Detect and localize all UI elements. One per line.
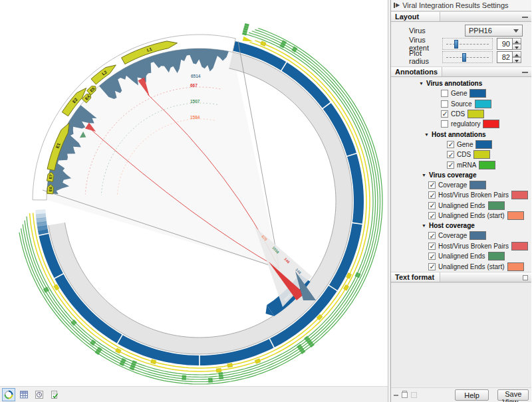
- layout-section-body: Virus PPH16 Virus extent 90 Plot radius: [391, 22, 531, 66]
- annotation-label: regulatory: [451, 120, 480, 128]
- annotation-row: CDS: [391, 109, 531, 119]
- section-annotations-header[interactable]: Annotations: [391, 66, 531, 77]
- save-view-button[interactable]: Save View...: [497, 389, 529, 401]
- color-swatch[interactable]: [469, 181, 486, 189]
- panel-title: Viral Integration Results Settings: [402, 1, 508, 9]
- color-swatch[interactable]: [488, 201, 505, 210]
- annotation-checkbox[interactable]: [428, 202, 436, 209]
- view-mode-toolbar: [0, 386, 388, 402]
- annotation-label: Gene: [451, 90, 467, 97]
- dock-panel-icon[interactable]: [411, 392, 417, 398]
- color-swatch[interactable]: [483, 120, 499, 128]
- color-swatch[interactable]: [479, 161, 495, 169]
- annotation-group-header[interactable]: ▼Virus annotations: [391, 78, 531, 88]
- settings-panel: ▶ Viral Integration Results Settings Lay…: [390, 0, 531, 402]
- annotation-checkbox[interactable]: [441, 110, 448, 118]
- annotation-group-label: Virus coverage: [429, 171, 477, 179]
- virus-extent-slider[interactable]: [442, 38, 493, 50]
- color-swatch[interactable]: [475, 100, 491, 108]
- annotation-row: Unaligned Ends: [391, 251, 531, 261]
- panel-title-bar: ▶ Viral Integration Results Settings: [391, 0, 531, 11]
- annotation-checkbox[interactable]: [447, 141, 454, 148]
- color-swatch[interactable]: [488, 252, 505, 260]
- svg-text:6514: 6514: [191, 74, 201, 78]
- history-view-button[interactable]: [33, 388, 46, 401]
- annotation-checkbox[interactable]: [441, 90, 448, 97]
- collapse-section-icon[interactable]: [522, 17, 528, 18]
- plot-radius-label: Plot radius: [409, 49, 442, 65]
- annotation-label: Unaligned Ends (start): [438, 263, 505, 270]
- color-swatch[interactable]: [469, 231, 486, 240]
- slider-groove: [446, 44, 489, 45]
- virus-extent-value[interactable]: 90: [497, 38, 513, 50]
- annotation-label: CDS: [451, 110, 465, 118]
- annotation-row: Unaligned Ends (start): [391, 211, 531, 221]
- collapse-group-icon: ▼: [422, 173, 426, 177]
- annotation-checkbox[interactable]: [428, 252, 436, 260]
- color-swatch[interactable]: [469, 89, 486, 98]
- color-swatch[interactable]: [473, 150, 490, 159]
- section-layout-title: Layout: [391, 12, 440, 21]
- annotation-group-header[interactable]: ▼Virus coverage: [391, 170, 531, 180]
- help-button[interactable]: Help: [455, 389, 489, 401]
- collapse-panel-icon[interactable]: ▶: [394, 3, 400, 8]
- color-swatch[interactable]: [507, 211, 524, 220]
- virus-extent-slider-handle[interactable]: [454, 40, 458, 49]
- virus-label: Virus: [409, 27, 465, 35]
- virus-dropdown[interactable]: PPH16: [465, 25, 523, 37]
- annotation-checkbox[interactable]: [447, 151, 454, 158]
- chevron-down-icon: [513, 29, 519, 33]
- spin-down-button[interactable]: [513, 57, 521, 63]
- color-swatch[interactable]: [475, 140, 492, 149]
- annotation-checkbox[interactable]: [428, 181, 436, 189]
- section-layout-header[interactable]: Layout: [391, 11, 531, 22]
- annotation-checkbox[interactable]: [428, 243, 436, 250]
- annotation-group-header[interactable]: ▼Host coverage: [391, 221, 531, 231]
- section-text-format-header[interactable]: Text format: [391, 272, 531, 282]
- plot-radius-slider-handle[interactable]: [462, 53, 466, 62]
- spin-up-button[interactable]: [513, 51, 521, 57]
- color-swatch[interactable]: [507, 262, 524, 271]
- annotation-label: Coverage: [438, 232, 467, 239]
- spin-up-button[interactable]: [513, 38, 521, 44]
- annotation-group-label: Virus annotations: [426, 80, 482, 87]
- annotation-label: Unaligned Ends: [438, 252, 485, 260]
- virus-dropdown-value: PPH16: [469, 27, 492, 35]
- annotation-group-header[interactable]: ▼Host annotations: [391, 130, 531, 140]
- svg-text:E6: E6: [49, 186, 53, 191]
- annotation-row: mRNA: [391, 159, 531, 169]
- annotations-tree: ▼Virus annotationsGeneSourceCDSregulator…: [391, 77, 531, 272]
- expand-section-icon[interactable]: [523, 275, 528, 280]
- annotation-row: CDS: [391, 150, 531, 159]
- folder-icon[interactable]: [402, 392, 408, 398]
- annotation-checkbox[interactable]: [441, 100, 448, 108]
- annotation-checkbox[interactable]: [428, 232, 436, 239]
- table-view-button[interactable]: [17, 388, 31, 401]
- plot-radius-value[interactable]: 82: [497, 51, 513, 63]
- plot-radius-slider[interactable]: [442, 51, 493, 63]
- integration-site-plot: 6701058146148: [255, 227, 316, 307]
- plot-view-area: MIR5486671507158465146701058146148L1L2E5…: [0, 0, 388, 402]
- annotation-row: Gene: [391, 88, 531, 98]
- annotation-checkbox[interactable]: [428, 212, 436, 219]
- report-view-button[interactable]: [48, 388, 61, 401]
- color-swatch[interactable]: [511, 191, 528, 199]
- minimize-panel-icon[interactable]: [394, 395, 398, 396]
- color-swatch[interactable]: [467, 110, 484, 118]
- collapse-section-icon[interactable]: [522, 72, 528, 73]
- annotation-checkbox[interactable]: [447, 161, 454, 169]
- spin-down-button[interactable]: [513, 44, 521, 50]
- circular-view-button[interactable]: [2, 388, 15, 401]
- annotation-label: Host/Virus Broken Pairs: [438, 243, 509, 250]
- collapse-group-icon: ▼: [424, 132, 429, 137]
- annotation-group-label: Host annotations: [432, 131, 486, 138]
- annotation-checkbox[interactable]: [428, 263, 436, 270]
- color-swatch[interactable]: [511, 242, 528, 251]
- collapse-group-icon: ▼: [422, 223, 426, 228]
- circular-genome-plot[interactable]: MIR5486671507158465146701058146148L1L2E5…: [0, 0, 388, 386]
- report-view-icon: [50, 390, 59, 399]
- annotation-row: Host/Virus Broken Pairs: [391, 190, 531, 200]
- annotation-checkbox[interactable]: [428, 191, 436, 199]
- annotation-checkbox[interactable]: [441, 120, 448, 128]
- annotation-row: Source: [391, 98, 531, 108]
